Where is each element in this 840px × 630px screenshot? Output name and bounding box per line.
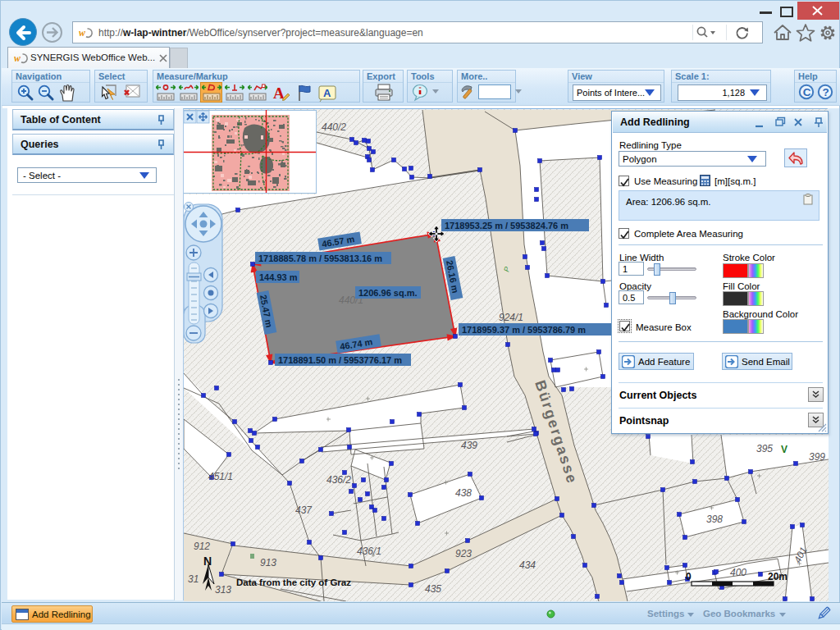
svg-text:923: 923 <box>455 548 472 559</box>
svg-text:439: 439 <box>461 440 477 451</box>
svg-text:w: w <box>14 52 21 64</box>
svg-text:20m: 20m <box>768 571 788 582</box>
svg-text:1718959.37 m / 5953786.79 m: 1718959.37 m / 5953786.79 m <box>462 325 586 335</box>
svg-text:436/1: 436/1 <box>357 546 381 557</box>
svg-text:399: 399 <box>809 451 825 463</box>
svg-text:A: A <box>323 87 331 99</box>
svg-text:w: w <box>79 27 86 39</box>
svg-text:N: N <box>203 555 212 568</box>
svg-text:913: 913 <box>260 557 276 568</box>
svg-text:912: 912 <box>194 541 210 552</box>
svg-text:313: 313 <box>215 584 231 596</box>
svg-text:C: C <box>803 86 811 98</box>
svg-text:400: 400 <box>730 567 746 578</box>
svg-text:437: 437 <box>295 504 313 516</box>
svg-text:438: 438 <box>455 487 472 499</box>
svg-text:144.93 m: 144.93 m <box>259 272 298 282</box>
svg-text:Data from the city of Graz: Data from the city of Graz <box>236 578 351 587</box>
svg-text:440/2: 440/2 <box>322 121 346 133</box>
svg-text:435: 435 <box>425 583 441 595</box>
svg-text:V: V <box>781 444 788 455</box>
svg-text:31: 31 <box>188 573 199 585</box>
svg-text:?: ? <box>823 86 829 98</box>
svg-text:436/2: 436/2 <box>326 474 351 486</box>
svg-text:924/1: 924/1 <box>499 312 523 323</box>
svg-text:1206.96 sq.m.: 1206.96 sq.m. <box>358 288 418 298</box>
svg-text:1718891.50 m / 5953776.17 m: 1718891.50 m / 5953776.17 m <box>278 355 402 365</box>
svg-text:398: 398 <box>706 514 723 525</box>
svg-text:0: 0 <box>686 571 692 582</box>
svg-text:1718885.78 m / 5953813.16 m: 1718885.78 m / 5953813.16 m <box>258 253 382 263</box>
svg-text:1718953.25 m / 5953824.76 m: 1718953.25 m / 5953824.76 m <box>445 221 568 231</box>
svg-text:395: 395 <box>756 443 773 454</box>
svg-text:434: 434 <box>519 559 536 571</box>
svg-text:451/1: 451/1 <box>208 471 233 482</box>
